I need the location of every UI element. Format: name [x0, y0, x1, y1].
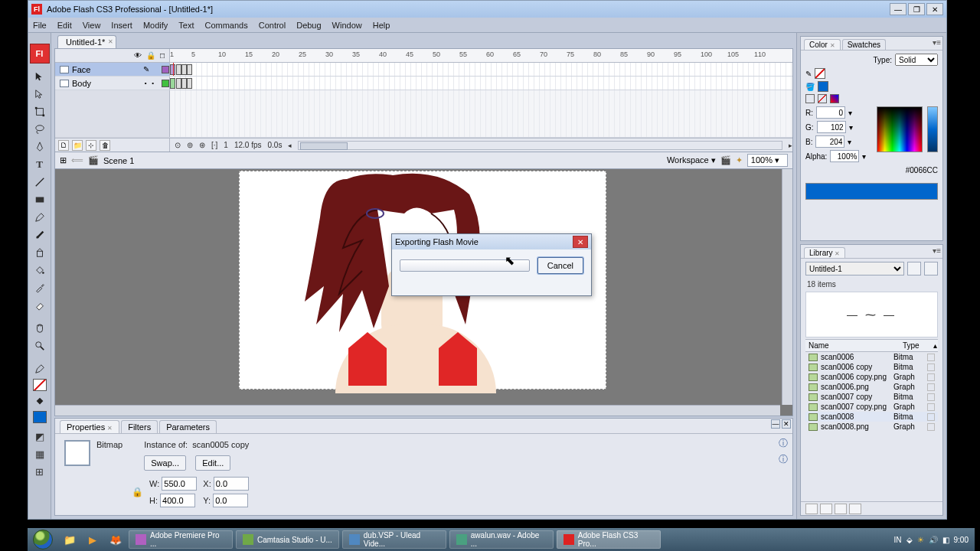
dialog-close-button[interactable]: ✕ [573, 236, 588, 248]
media-player-icon[interactable]: ▶ [83, 531, 103, 548]
hue-slider[interactable] [927, 106, 938, 152]
tray-icon[interactable]: ◧ [942, 536, 949, 544]
close-button[interactable]: ✕ [926, 3, 943, 15]
stroke-color-tool-icon[interactable] [31, 360, 49, 377]
tool-option-3-icon[interactable]: ⊞ [31, 463, 49, 480]
subselection-tool-icon[interactable] [31, 86, 49, 103]
library-item[interactable]: scan0008Bitma [805, 412, 938, 422]
layer-face[interactable]: Face ✎ [55, 63, 170, 76]
back-icon[interactable]: ⟸ [71, 155, 83, 165]
menu-edit[interactable]: Edit [57, 21, 72, 30]
close-tab-icon[interactable]: ✕ [108, 38, 113, 45]
fill-color-tool-icon[interactable] [31, 393, 49, 409]
eye-icon[interactable]: 👁 [134, 51, 142, 60]
new-guide-icon[interactable]: ⊹ [86, 140, 96, 151]
tab-library[interactable]: Library ✕ [804, 247, 845, 258]
onion-icon[interactable]: ⊙ [175, 141, 181, 149]
tab-swatches[interactable]: Swatches [842, 39, 886, 50]
document-tab[interactable]: Untitled-1* ✕ [57, 35, 116, 48]
tab-color[interactable]: Color ✕ [804, 39, 841, 50]
zoom-tool-icon[interactable] [31, 337, 49, 354]
zoom-dropdown[interactable]: 100% ▾ [747, 154, 788, 167]
timeline-scrollbar[interactable] [298, 141, 782, 150]
cancel-button[interactable]: Cancel [537, 257, 583, 274]
stage-vscrollbar[interactable] [782, 169, 792, 405]
col-name[interactable]: Name [805, 340, 900, 351]
frame-ruler[interactable]: 1510152025303540455055606570758085909510… [170, 49, 792, 62]
paint-bucket-tool-icon[interactable] [31, 262, 49, 279]
fill-type-dropdown[interactable]: Solid [895, 54, 938, 66]
hex-value[interactable]: #0066CC [906, 166, 938, 174]
explorer-icon[interactable]: 📁 [60, 531, 80, 548]
eraser-tool-icon[interactable] [31, 297, 49, 314]
r-input[interactable] [816, 106, 845, 119]
pen-tool-icon[interactable] [31, 139, 49, 155]
library-item[interactable]: scan0006Bitma [805, 352, 938, 362]
library-item[interactable]: scan0008.pngGraph [805, 422, 938, 432]
panel-min-icon[interactable]: — [771, 419, 780, 429]
outline-icon[interactable]: □ [160, 51, 165, 60]
workspace-menu[interactable]: Workspace ▾ [667, 155, 716, 165]
loop-icon[interactable]: [·] [211, 141, 217, 149]
tab-filters[interactable]: Filters [121, 420, 158, 433]
firefox-icon[interactable]: 🦊 [106, 531, 126, 548]
brush-tool-icon[interactable] [31, 227, 49, 243]
library-item[interactable]: scan0006.pngGraph [805, 382, 938, 392]
width-input[interactable] [162, 477, 197, 491]
new-folder-icon[interactable]: 📁 [72, 140, 83, 151]
g-input[interactable] [817, 121, 846, 133]
library-header[interactable]: Name Type ▴ [805, 340, 938, 352]
tool-option-2-icon[interactable]: ▦ [31, 445, 49, 462]
fill-color-chip[interactable] [818, 81, 828, 92]
menu-view[interactable]: View [83, 21, 101, 30]
stage-hscrollbar[interactable] [55, 405, 780, 416]
onion-icon-2[interactable]: ⊚ [187, 141, 193, 149]
height-input[interactable] [160, 494, 195, 507]
menu-debug[interactable]: Debug [296, 21, 321, 30]
pin-icon[interactable] [907, 262, 921, 276]
minimize-button[interactable]: — [890, 3, 906, 15]
help-icon[interactable]: ⓘ [779, 437, 788, 450]
delete-icon[interactable] [849, 504, 861, 514]
panel-options-icon[interactable]: ▾≡ [933, 38, 941, 47]
lasso-tool-icon[interactable] [31, 121, 49, 138]
onion-icon-3[interactable]: ⊛ [199, 141, 205, 149]
menu-window[interactable]: Window [332, 21, 362, 30]
eyedropper-tool-icon[interactable] [31, 279, 49, 296]
menu-control[interactable]: Control [259, 21, 286, 30]
menu-file[interactable]: File [33, 21, 47, 30]
delete-layer-icon[interactable]: 🗑 [100, 140, 110, 151]
taskbar-button[interactable]: awalun.wav - Adobe ... [449, 530, 554, 549]
panel-close-icon[interactable]: ✕ [782, 419, 791, 429]
ink-bottle-tool-icon[interactable] [31, 244, 49, 261]
new-lib-icon[interactable] [924, 262, 938, 276]
properties-icon[interactable] [835, 504, 847, 514]
y-input[interactable] [213, 494, 248, 507]
selection-tool-icon[interactable] [31, 68, 49, 85]
new-layer-icon[interactable]: 🗋 [58, 140, 69, 151]
tray-icon[interactable]: ☀ [917, 536, 924, 544]
fill-color-swatch[interactable] [33, 411, 47, 423]
col-type[interactable]: Type [900, 340, 930, 351]
library-item[interactable]: scan0006 copyBitma [805, 362, 938, 372]
nocolor-icon[interactable] [818, 94, 827, 103]
frames-body[interactable] [170, 77, 792, 90]
stroke-color-chip[interactable] [815, 68, 825, 79]
scene-label[interactable]: Scene 1 [103, 156, 134, 165]
tray-icon[interactable]: ⬙ [906, 536, 913, 544]
fill-bucket-icon[interactable]: 🪣 [805, 83, 815, 91]
taskbar-button[interactable]: Adobe Flash CS3 Pro... [557, 530, 661, 549]
menu-text[interactable]: Text [178, 21, 194, 30]
taskbar-button[interactable]: dub.VSP - Ulead Vide... [342, 530, 446, 549]
rectangle-tool-icon[interactable] [31, 191, 49, 208]
bw-icon[interactable] [805, 94, 815, 103]
system-tray[interactable]: IN ⬙ ☀ 🔊 ◧ 9:00 [888, 536, 975, 544]
color-spectrum[interactable] [877, 106, 923, 152]
clock[interactable]: 9:00 [954, 536, 969, 544]
x-input[interactable] [214, 477, 249, 491]
edit-scene-icon-2[interactable]: 🎬 [720, 155, 731, 165]
edit-symbol-icon[interactable]: ✦ [736, 155, 743, 165]
frames-face[interactable] [170, 63, 792, 76]
taskbar-button[interactable]: Adobe Premiere Pro ... [129, 530, 233, 549]
taskbar-button[interactable]: Camtasia Studio - U... [236, 530, 339, 549]
